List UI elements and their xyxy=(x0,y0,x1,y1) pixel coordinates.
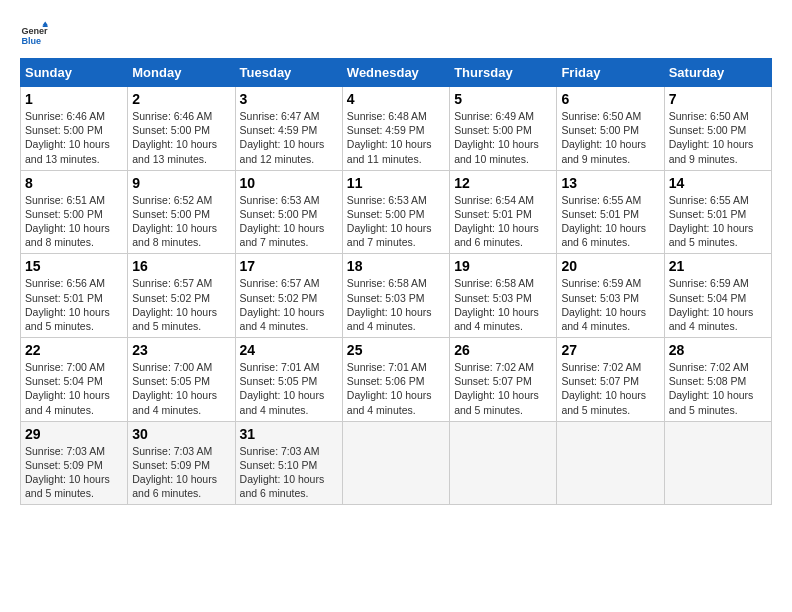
calendar-week-3: 15Sunrise: 6:56 AM Sunset: 5:01 PM Dayli… xyxy=(21,254,772,338)
calendar-week-1: 1Sunrise: 6:46 AM Sunset: 5:00 PM Daylig… xyxy=(21,87,772,171)
calendar-cell: 20Sunrise: 6:59 AM Sunset: 5:03 PM Dayli… xyxy=(557,254,664,338)
calendar-cell: 5Sunrise: 6:49 AM Sunset: 5:00 PM Daylig… xyxy=(450,87,557,171)
day-number: 23 xyxy=(132,342,230,358)
day-detail: Sunrise: 6:59 AM Sunset: 5:03 PM Dayligh… xyxy=(561,276,659,333)
calendar-cell: 2Sunrise: 6:46 AM Sunset: 5:00 PM Daylig… xyxy=(128,87,235,171)
calendar-cell: 6Sunrise: 6:50 AM Sunset: 5:00 PM Daylig… xyxy=(557,87,664,171)
header: General Blue xyxy=(20,20,772,48)
day-detail: Sunrise: 6:52 AM Sunset: 5:00 PM Dayligh… xyxy=(132,193,230,250)
calendar-table: SundayMondayTuesdayWednesdayThursdayFrid… xyxy=(20,58,772,505)
calendar-cell: 9Sunrise: 6:52 AM Sunset: 5:00 PM Daylig… xyxy=(128,170,235,254)
day-detail: Sunrise: 6:54 AM Sunset: 5:01 PM Dayligh… xyxy=(454,193,552,250)
weekday-header-monday: Monday xyxy=(128,59,235,87)
day-number: 14 xyxy=(669,175,767,191)
day-number: 24 xyxy=(240,342,338,358)
calendar-cell xyxy=(450,421,557,505)
day-detail: Sunrise: 6:47 AM Sunset: 4:59 PM Dayligh… xyxy=(240,109,338,166)
calendar-cell: 1Sunrise: 6:46 AM Sunset: 5:00 PM Daylig… xyxy=(21,87,128,171)
calendar-cell: 31Sunrise: 7:03 AM Sunset: 5:10 PM Dayli… xyxy=(235,421,342,505)
calendar-week-2: 8Sunrise: 6:51 AM Sunset: 5:00 PM Daylig… xyxy=(21,170,772,254)
svg-text:General: General xyxy=(21,26,48,36)
day-number: 12 xyxy=(454,175,552,191)
calendar-cell: 21Sunrise: 6:59 AM Sunset: 5:04 PM Dayli… xyxy=(664,254,771,338)
day-number: 9 xyxy=(132,175,230,191)
calendar-cell: 10Sunrise: 6:53 AM Sunset: 5:00 PM Dayli… xyxy=(235,170,342,254)
calendar-cell: 12Sunrise: 6:54 AM Sunset: 5:01 PM Dayli… xyxy=(450,170,557,254)
day-number: 21 xyxy=(669,258,767,274)
day-number: 22 xyxy=(25,342,123,358)
day-detail: Sunrise: 7:01 AM Sunset: 5:05 PM Dayligh… xyxy=(240,360,338,417)
calendar-cell: 4Sunrise: 6:48 AM Sunset: 4:59 PM Daylig… xyxy=(342,87,449,171)
calendar-header-row: SundayMondayTuesdayWednesdayThursdayFrid… xyxy=(21,59,772,87)
day-detail: Sunrise: 6:48 AM Sunset: 4:59 PM Dayligh… xyxy=(347,109,445,166)
day-detail: Sunrise: 6:50 AM Sunset: 5:00 PM Dayligh… xyxy=(561,109,659,166)
day-detail: Sunrise: 6:50 AM Sunset: 5:00 PM Dayligh… xyxy=(669,109,767,166)
day-detail: Sunrise: 7:02 AM Sunset: 5:08 PM Dayligh… xyxy=(669,360,767,417)
calendar-cell: 25Sunrise: 7:01 AM Sunset: 5:06 PM Dayli… xyxy=(342,338,449,422)
weekday-header-thursday: Thursday xyxy=(450,59,557,87)
day-detail: Sunrise: 6:57 AM Sunset: 5:02 PM Dayligh… xyxy=(240,276,338,333)
day-detail: Sunrise: 7:02 AM Sunset: 5:07 PM Dayligh… xyxy=(561,360,659,417)
day-number: 25 xyxy=(347,342,445,358)
day-detail: Sunrise: 6:55 AM Sunset: 5:01 PM Dayligh… xyxy=(669,193,767,250)
day-number: 4 xyxy=(347,91,445,107)
calendar-week-5: 29Sunrise: 7:03 AM Sunset: 5:09 PM Dayli… xyxy=(21,421,772,505)
day-detail: Sunrise: 6:56 AM Sunset: 5:01 PM Dayligh… xyxy=(25,276,123,333)
day-number: 5 xyxy=(454,91,552,107)
weekday-header-wednesday: Wednesday xyxy=(342,59,449,87)
day-detail: Sunrise: 6:58 AM Sunset: 5:03 PM Dayligh… xyxy=(347,276,445,333)
day-number: 16 xyxy=(132,258,230,274)
day-detail: Sunrise: 7:03 AM Sunset: 5:09 PM Dayligh… xyxy=(132,444,230,501)
day-detail: Sunrise: 6:58 AM Sunset: 5:03 PM Dayligh… xyxy=(454,276,552,333)
calendar-cell xyxy=(342,421,449,505)
calendar-cell: 11Sunrise: 6:53 AM Sunset: 5:00 PM Dayli… xyxy=(342,170,449,254)
day-number: 27 xyxy=(561,342,659,358)
day-detail: Sunrise: 6:55 AM Sunset: 5:01 PM Dayligh… xyxy=(561,193,659,250)
day-detail: Sunrise: 7:01 AM Sunset: 5:06 PM Dayligh… xyxy=(347,360,445,417)
weekday-header-sunday: Sunday xyxy=(21,59,128,87)
calendar-cell xyxy=(557,421,664,505)
day-number: 17 xyxy=(240,258,338,274)
day-number: 20 xyxy=(561,258,659,274)
calendar-cell: 30Sunrise: 7:03 AM Sunset: 5:09 PM Dayli… xyxy=(128,421,235,505)
day-detail: Sunrise: 7:03 AM Sunset: 5:10 PM Dayligh… xyxy=(240,444,338,501)
day-detail: Sunrise: 6:53 AM Sunset: 5:00 PM Dayligh… xyxy=(347,193,445,250)
calendar-week-4: 22Sunrise: 7:00 AM Sunset: 5:04 PM Dayli… xyxy=(21,338,772,422)
calendar-cell: 18Sunrise: 6:58 AM Sunset: 5:03 PM Dayli… xyxy=(342,254,449,338)
calendar-cell: 17Sunrise: 6:57 AM Sunset: 5:02 PM Dayli… xyxy=(235,254,342,338)
calendar-cell: 15Sunrise: 6:56 AM Sunset: 5:01 PM Dayli… xyxy=(21,254,128,338)
calendar-cell: 14Sunrise: 6:55 AM Sunset: 5:01 PM Dayli… xyxy=(664,170,771,254)
calendar-cell: 22Sunrise: 7:00 AM Sunset: 5:04 PM Dayli… xyxy=(21,338,128,422)
day-number: 30 xyxy=(132,426,230,442)
calendar-cell: 26Sunrise: 7:02 AM Sunset: 5:07 PM Dayli… xyxy=(450,338,557,422)
calendar-cell: 16Sunrise: 6:57 AM Sunset: 5:02 PM Dayli… xyxy=(128,254,235,338)
day-detail: Sunrise: 6:51 AM Sunset: 5:00 PM Dayligh… xyxy=(25,193,123,250)
day-number: 15 xyxy=(25,258,123,274)
weekday-header-tuesday: Tuesday xyxy=(235,59,342,87)
calendar-cell: 19Sunrise: 6:58 AM Sunset: 5:03 PM Dayli… xyxy=(450,254,557,338)
day-number: 31 xyxy=(240,426,338,442)
calendar-cell: 8Sunrise: 6:51 AM Sunset: 5:00 PM Daylig… xyxy=(21,170,128,254)
calendar-cell: 7Sunrise: 6:50 AM Sunset: 5:00 PM Daylig… xyxy=(664,87,771,171)
day-detail: Sunrise: 6:59 AM Sunset: 5:04 PM Dayligh… xyxy=(669,276,767,333)
calendar-cell: 24Sunrise: 7:01 AM Sunset: 5:05 PM Dayli… xyxy=(235,338,342,422)
day-detail: Sunrise: 6:49 AM Sunset: 5:00 PM Dayligh… xyxy=(454,109,552,166)
day-detail: Sunrise: 7:00 AM Sunset: 5:05 PM Dayligh… xyxy=(132,360,230,417)
day-number: 28 xyxy=(669,342,767,358)
logo: General Blue xyxy=(20,20,52,48)
calendar-cell: 13Sunrise: 6:55 AM Sunset: 5:01 PM Dayli… xyxy=(557,170,664,254)
day-number: 10 xyxy=(240,175,338,191)
day-detail: Sunrise: 6:46 AM Sunset: 5:00 PM Dayligh… xyxy=(25,109,123,166)
calendar-cell: 29Sunrise: 7:03 AM Sunset: 5:09 PM Dayli… xyxy=(21,421,128,505)
day-number: 26 xyxy=(454,342,552,358)
calendar-cell xyxy=(664,421,771,505)
calendar-cell: 3Sunrise: 6:47 AM Sunset: 4:59 PM Daylig… xyxy=(235,87,342,171)
day-number: 2 xyxy=(132,91,230,107)
day-number: 8 xyxy=(25,175,123,191)
day-number: 19 xyxy=(454,258,552,274)
day-detail: Sunrise: 7:00 AM Sunset: 5:04 PM Dayligh… xyxy=(25,360,123,417)
day-detail: Sunrise: 7:02 AM Sunset: 5:07 PM Dayligh… xyxy=(454,360,552,417)
weekday-header-saturday: Saturday xyxy=(664,59,771,87)
day-number: 18 xyxy=(347,258,445,274)
day-detail: Sunrise: 7:03 AM Sunset: 5:09 PM Dayligh… xyxy=(25,444,123,501)
